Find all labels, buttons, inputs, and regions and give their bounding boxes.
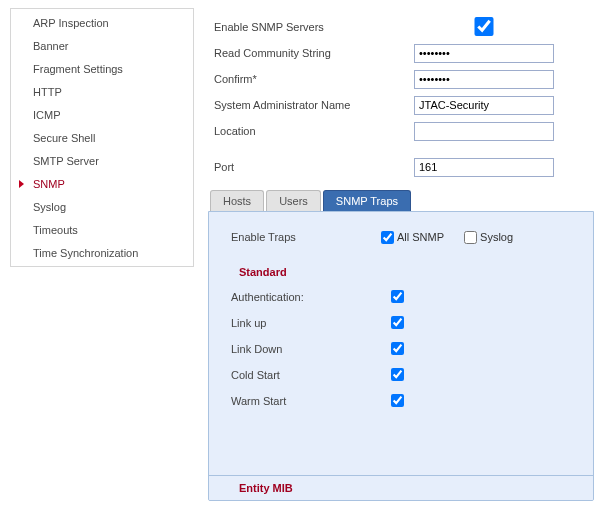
- sidebar-item-label: Banner: [33, 40, 68, 52]
- trap-auth-checkbox[interactable]: [391, 290, 404, 303]
- confirm-input[interactable]: [414, 70, 554, 89]
- traps-panel: Enable Traps All SNMP Syslog Standard Au…: [208, 211, 594, 501]
- active-arrow-icon: [19, 180, 24, 188]
- sidebar: ARP Inspection Banner Fragment Settings …: [10, 8, 194, 267]
- standard-title: Standard: [239, 266, 579, 278]
- tab-snmp-traps[interactable]: SNMP Traps: [323, 190, 411, 211]
- tab-label: Hosts: [223, 195, 251, 207]
- trap-linkup-label: Link up: [231, 317, 391, 329]
- sidebar-item-smtp-server[interactable]: SMTP Server: [11, 149, 193, 172]
- sidebar-item-label: HTTP: [33, 86, 62, 98]
- trap-linkup-checkbox[interactable]: [391, 316, 404, 329]
- main-panel: Enable SNMP Servers Read Community Strin…: [208, 8, 594, 501]
- admin-input[interactable]: [414, 96, 554, 115]
- entity-mib-section: Entity MIB: [209, 475, 593, 500]
- trap-coldstart-label: Cold Start: [231, 369, 391, 381]
- syslog-checkbox[interactable]: [464, 231, 477, 244]
- location-label: Location: [214, 125, 414, 137]
- tab-users[interactable]: Users: [266, 190, 321, 211]
- sidebar-item-syslog[interactable]: Syslog: [11, 195, 193, 218]
- sidebar-item-label: SNMP: [33, 178, 65, 190]
- sidebar-item-label: Syslog: [33, 201, 66, 213]
- allsnmp-checkbox[interactable]: [381, 231, 394, 244]
- admin-label: System Administrator Name: [214, 99, 414, 111]
- tab-hosts[interactable]: Hosts: [210, 190, 264, 211]
- sidebar-item-time-synchronization[interactable]: Time Synchronization: [11, 241, 193, 264]
- tab-strip: Hosts Users SNMP Traps: [210, 190, 594, 211]
- confirm-label: Confirm*: [214, 73, 414, 85]
- sidebar-item-label: Time Synchronization: [33, 247, 138, 259]
- enable-traps-label: Enable Traps: [231, 231, 381, 243]
- community-input[interactable]: [414, 44, 554, 63]
- community-label: Read Community String: [214, 47, 414, 59]
- sidebar-item-banner[interactable]: Banner: [11, 34, 193, 57]
- snmp-form: Enable SNMP Servers Read Community Strin…: [208, 14, 594, 190]
- sidebar-item-label: Secure Shell: [33, 132, 95, 144]
- tab-label: Users: [279, 195, 308, 207]
- sidebar-item-snmp[interactable]: SNMP: [11, 172, 193, 195]
- sidebar-item-http[interactable]: HTTP: [11, 80, 193, 103]
- trap-coldstart-checkbox[interactable]: [391, 368, 404, 381]
- port-label: Port: [214, 161, 414, 173]
- trap-linkdown-label: Link Down: [231, 343, 391, 355]
- trap-warmstart-checkbox[interactable]: [391, 394, 404, 407]
- trap-linkdown-checkbox[interactable]: [391, 342, 404, 355]
- sidebar-item-timeouts[interactable]: Timeouts: [11, 218, 193, 241]
- location-input[interactable]: [414, 122, 554, 141]
- allsnmp-label: All SNMP: [397, 231, 444, 243]
- sidebar-item-label: ARP Inspection: [33, 17, 109, 29]
- tab-label: SNMP Traps: [336, 195, 398, 207]
- entity-mib-title: Entity MIB: [239, 482, 579, 494]
- sidebar-item-fragment-settings[interactable]: Fragment Settings: [11, 57, 193, 80]
- trap-warmstart-label: Warm Start: [231, 395, 391, 407]
- sidebar-item-secure-shell[interactable]: Secure Shell: [11, 126, 193, 149]
- sidebar-item-label: ICMP: [33, 109, 61, 121]
- sidebar-item-label: Timeouts: [33, 224, 78, 236]
- sidebar-item-label: SMTP Server: [33, 155, 99, 167]
- trap-auth-label: Authentication:: [231, 291, 391, 303]
- sidebar-item-icmp[interactable]: ICMP: [11, 103, 193, 126]
- enable-snmp-label: Enable SNMP Servers: [214, 21, 414, 33]
- port-input[interactable]: [414, 158, 554, 177]
- sidebar-item-label: Fragment Settings: [33, 63, 123, 75]
- enable-snmp-checkbox[interactable]: [414, 17, 554, 36]
- syslog-label: Syslog: [480, 231, 513, 243]
- sidebar-item-arp-inspection[interactable]: ARP Inspection: [11, 11, 193, 34]
